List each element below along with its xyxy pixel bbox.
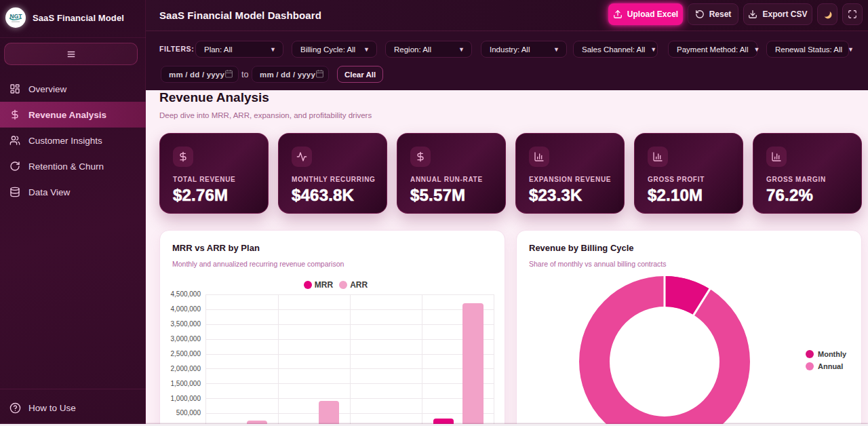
svg-text:Annual: Annual: [818, 362, 843, 370]
svg-text:Monthly: Monthly: [818, 350, 847, 358]
